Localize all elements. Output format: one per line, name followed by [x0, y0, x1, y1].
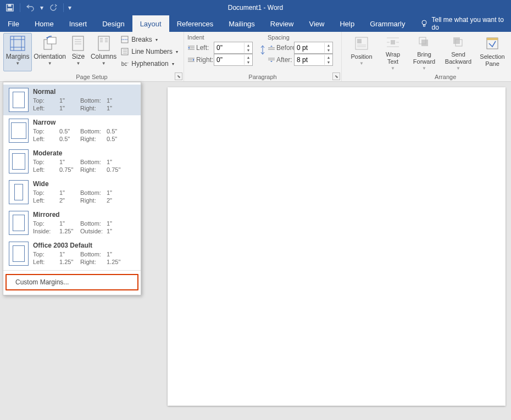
indent-left-input[interactable]: ▲▼: [214, 42, 253, 54]
tab-home[interactable]: Home: [27, 15, 62, 32]
size-button[interactable]: Size ▼: [68, 33, 89, 71]
bulb-icon: [420, 20, 428, 27]
title-bar: ▾ ▾ Document1 - Word: [0, 0, 511, 15]
save-button[interactable]: [3, 1, 16, 14]
margins-option-office-2003-default[interactable]: Office 2003 DefaultTop:Left:1"1.25"Botto…: [3, 238, 141, 269]
margins-option-moderate[interactable]: ModerateTop:Left:1"0.75"Bottom:Right:1"0…: [3, 146, 141, 177]
redo-button[interactable]: [47, 1, 60, 14]
swap-icon: [260, 45, 265, 55]
paragraph-dialog-launcher[interactable]: ⬊: [332, 72, 340, 80]
send-backward-icon: [449, 35, 467, 50]
hyphenation-button[interactable]: bc- Hyphenation▾: [118, 58, 180, 69]
tab-view[interactable]: View: [301, 15, 332, 32]
tab-layout[interactable]: Layout: [132, 15, 169, 32]
document-page[interactable]: [168, 87, 506, 406]
chevron-down-icon: ▼: [15, 61, 20, 66]
spacing-after-input[interactable]: ▲▼: [294, 54, 333, 66]
tab-file[interactable]: File: [0, 15, 27, 32]
svg-rect-4: [424, 25, 425, 26]
svg-rect-1: [8, 4, 12, 7]
spacing-before-icon: [268, 45, 275, 51]
wrap-text-button[interactable]: Wrap Text▼: [379, 33, 407, 71]
margins-option-normal[interactable]: NormalTop:Left:1"1"Bottom:Right:1"1": [3, 85, 141, 115]
bring-forward-icon: [415, 35, 433, 50]
tab-references[interactable]: References: [169, 15, 221, 32]
svg-rect-2: [8, 8, 13, 10]
margins-button[interactable]: Margins ▼: [3, 33, 32, 71]
tab-insert[interactable]: Insert: [62, 15, 95, 32]
svg-rect-48: [421, 40, 428, 46]
chevron-down-icon: ▼: [102, 61, 106, 66]
size-icon: [69, 35, 87, 52]
columns-button[interactable]: Columns ▼: [90, 33, 117, 71]
breaks-icon: [120, 35, 129, 44]
margins-icon: [9, 35, 26, 52]
qat-customize[interactable]: ▾: [67, 1, 73, 14]
ribbon: Margins ▼ Orientation ▼ Size ▼: [0, 32, 511, 82]
svg-rect-50: [453, 37, 460, 44]
indent-right-icon: [187, 57, 195, 63]
line-numbers-button[interactable]: Line Numbers▾: [118, 46, 180, 57]
selection-pane-button[interactable]: Selection Pane: [476, 33, 509, 71]
send-backward-button[interactable]: Send Backward▼: [442, 33, 475, 71]
margins-option-narrow[interactable]: NarrowTop:Left:0.5"0.5"Bottom:Right:0.5"…: [3, 115, 141, 146]
spacing-after-icon: [268, 57, 275, 63]
line-numbers-icon: [120, 47, 129, 56]
chevron-down-icon: ▼: [48, 61, 52, 66]
ribbon-tabs: File Home Insert Design Layout Reference…: [0, 15, 511, 32]
tab-grammarly[interactable]: Grammarly: [362, 15, 413, 32]
selection-pane-icon: [484, 35, 501, 52]
tab-design[interactable]: Design: [95, 15, 132, 32]
page-setup-dialog-launcher[interactable]: ⬊: [175, 72, 182, 80]
svg-rect-43: [391, 40, 395, 44]
svg-rect-5: [10, 36, 25, 51]
tell-me-search[interactable]: Tell me what you want to do: [420, 15, 511, 32]
position-button[interactable]: Position▼: [345, 33, 378, 71]
svg-rect-53: [487, 38, 498, 40]
svg-point-3: [422, 20, 426, 25]
group-label-arrange: Arrange: [345, 74, 511, 81]
position-icon: [353, 35, 370, 52]
window-title: Document1 - Word: [228, 0, 283, 15]
indent-right-input[interactable]: ▲▼: [214, 54, 253, 66]
workspace: NormalTop:Left:1"1"Bottom:Right:1"1"Narr…: [0, 82, 511, 420]
tab-review[interactable]: Review: [263, 15, 302, 32]
indent-left-icon: [187, 45, 195, 51]
chevron-down-icon: ▼: [76, 61, 81, 66]
group-label-paragraph: Paragraph: [187, 74, 338, 81]
margins-dropdown: NormalTop:Left:1"1"Bottom:Right:1"1"Narr…: [3, 82, 141, 295]
orientation-icon: [41, 35, 59, 52]
breaks-button[interactable]: Breaks▾: [118, 34, 180, 45]
spacing-before-input[interactable]: ▲▼: [294, 42, 333, 54]
custom-margins-button[interactable]: Custom Margins...: [5, 274, 138, 290]
wrap-text-icon: [384, 35, 402, 50]
svg-rect-11: [47, 37, 56, 44]
tab-mailings[interactable]: Mailings: [221, 15, 263, 32]
margins-option-wide[interactable]: WideTop:Left:1"2"Bottom:Right:1"2": [3, 177, 141, 208]
undo-dropdown[interactable]: ▾: [39, 1, 45, 14]
quick-access-toolbar: ▾ ▾: [0, 1, 76, 14]
undo-button[interactable]: [24, 1, 37, 14]
hyphenation-icon: bc-: [120, 59, 129, 68]
tab-help[interactable]: Help: [332, 15, 362, 32]
orientation-button[interactable]: Orientation ▼: [33, 33, 66, 71]
svg-rect-40: [357, 39, 362, 43]
margins-option-mirrored[interactable]: MirroredTop:Inside:1"1.25"Bottom:Outside…: [3, 208, 141, 238]
group-label-page-setup: Page Setup: [3, 74, 180, 81]
svg-rect-12: [73, 36, 84, 51]
columns-icon: [95, 35, 113, 52]
bring-forward-button[interactable]: Bring Forward▼: [408, 33, 441, 71]
